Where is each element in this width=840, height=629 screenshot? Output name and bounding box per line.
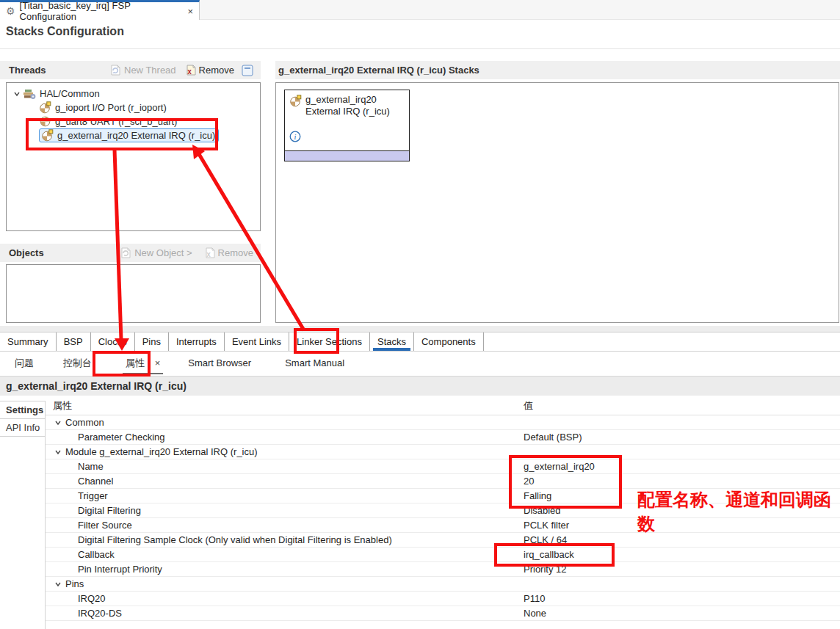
tab-properties[interactable]: 属性 × xyxy=(114,352,172,376)
sidebar-item-api-info[interactable]: API Info xyxy=(0,419,46,437)
objects-list-panel[interactable] xyxy=(6,264,261,323)
table-row[interactable]: Module g_external_irq20 External IRQ (r_… xyxy=(46,445,840,459)
new-thread-button[interactable]: New Thread xyxy=(110,65,176,76)
table-row[interactable]: Pins xyxy=(46,577,840,592)
tree-item-g-ioport[interactable]: g_ioport I/O Port (r_ioport) xyxy=(7,101,260,114)
table-row[interactable]: Channel20 xyxy=(46,474,840,489)
divider xyxy=(0,48,840,49)
tree-item-label: g_uart8 UART (r_sci_b_uart) xyxy=(55,116,177,127)
properties-header: g_external_irq20 External IRQ (r_icu) xyxy=(0,376,840,396)
properties-title: g_external_irq20 External IRQ (r_icu) xyxy=(6,380,187,392)
tab-summary[interactable]: Summary xyxy=(0,332,57,351)
table-row[interactable]: Pin Interrupt PriorityPriority 12 xyxy=(46,562,840,577)
tree-item-label: HAL/Common xyxy=(40,88,100,99)
info-icon[interactable]: i xyxy=(289,131,301,145)
tab-fsp-configuration[interactable]: ⚙ [Titan_basic_key_irq] FSP Configuratio… xyxy=(0,0,200,20)
tab-properties-label: 属性 xyxy=(126,357,145,368)
tab-pins[interactable]: Pins xyxy=(135,332,169,351)
selected-tree-item[interactable]: g_external_irq20 External IRQ (r_icu) xyxy=(39,128,219,142)
column-property: 属性 xyxy=(46,400,72,411)
tab-console[interactable]: 控制台 xyxy=(51,352,104,376)
stacks-diagram-panel: g_external_irq20 External IRQ (r_icu) i xyxy=(275,82,839,323)
table-row[interactable]: Common xyxy=(46,415,840,430)
module-icon xyxy=(39,101,51,114)
tree-item-g-uart8[interactable]: g_uart8 UART (r_sci_b_uart) xyxy=(7,114,260,128)
new-thread-label: New Thread xyxy=(124,65,176,76)
tab-bsp[interactable]: BSP xyxy=(57,332,91,351)
tab-components[interactable]: Components xyxy=(414,332,484,351)
new-object-icon xyxy=(120,247,131,258)
card-footer-bar xyxy=(285,150,409,161)
table-row[interactable]: IRQ20-DSNone xyxy=(46,606,840,621)
properties-table-header: 属性 值 xyxy=(46,396,840,415)
module-icon xyxy=(41,129,54,142)
tree-item-hal-common[interactable]: HAL/Common xyxy=(7,87,260,101)
remove-thread-label: Remove xyxy=(199,65,234,76)
close-icon[interactable]: × xyxy=(187,6,193,17)
tab-linker-sections[interactable]: Linker Sections xyxy=(289,332,370,351)
minimize-panel-icon[interactable] xyxy=(242,65,253,76)
stacks-panel-title: g_external_irq20 External IRQ (r_icu) St… xyxy=(278,65,479,76)
tab-interrupts[interactable]: Interrupts xyxy=(169,332,225,351)
new-object-button[interactable]: New Object > xyxy=(120,247,192,258)
new-thread-icon xyxy=(110,65,121,76)
chevron-down-icon[interactable] xyxy=(54,419,62,426)
spacer-band xyxy=(0,326,840,332)
module-icon xyxy=(39,115,51,128)
new-object-label: New Object > xyxy=(134,247,192,258)
editor-tab-strip: ⚙ [Titan_basic_key_irq] FSP Configuratio… xyxy=(0,0,840,20)
gear-icon: ⚙ xyxy=(6,5,15,17)
objects-title: Objects xyxy=(9,247,44,258)
properties-sidebar: Settings API Info xyxy=(0,396,46,629)
svg-text:x: x xyxy=(187,68,192,76)
threads-title: Threads xyxy=(9,65,46,76)
table-row[interactable]: Callbackirq_callback xyxy=(46,548,840,562)
page-title: Stacks Configuration xyxy=(6,25,124,38)
chevron-down-icon[interactable] xyxy=(54,448,62,456)
hal-common-icon xyxy=(23,88,36,100)
svg-text:i: i xyxy=(294,133,297,141)
tree-item-label: g_external_irq20 External IRQ (r_icu) xyxy=(57,130,215,141)
table-row[interactable]: Parameter CheckingDefault (BSP) xyxy=(46,430,840,445)
tab-stacks[interactable]: Stacks xyxy=(370,332,414,351)
sidebar-item-settings[interactable]: Settings xyxy=(0,401,46,419)
table-row xyxy=(46,621,840,629)
objects-panel-header: Objects New Object > x Remove xyxy=(0,244,261,262)
threads-tree-panel: HAL/Common g_ioport I/O Port (r_ioport) … xyxy=(6,82,261,231)
table-row[interactable]: Nameg_external_irq20 xyxy=(46,459,840,474)
threads-panel-header: Threads New Thread x Remove xyxy=(0,61,261,79)
fsp-configuration-window: ⚙ [Titan_basic_key_irq] FSP Configuratio… xyxy=(0,0,840,629)
remove-thread-button[interactable]: x Remove xyxy=(185,65,234,76)
tab-smart-browser[interactable]: Smart Browser xyxy=(176,352,263,376)
view-tab-bar: 问题 控制台 属性 × Smart Browser Smart Manual xyxy=(0,352,840,376)
tab-clocks[interactable]: Clocks xyxy=(91,332,135,351)
tab-smart-manual[interactable]: Smart Manual xyxy=(273,352,356,376)
threads-tree: HAL/Common g_ioport I/O Port (r_ioport) … xyxy=(7,83,260,142)
tree-item-label: g_ioport I/O Port (r_ioport) xyxy=(55,102,167,113)
close-icon[interactable]: × xyxy=(155,357,161,368)
card-module-name: g_external_irq20 xyxy=(305,94,377,105)
config-tab-bar: Summary BSP Clocks Pins Interrupts Event… xyxy=(0,332,840,352)
svg-text:x: x xyxy=(206,250,211,258)
module-icon xyxy=(289,95,302,117)
chevron-down-icon[interactable] xyxy=(11,90,23,98)
table-row[interactable]: IRQ20P110 xyxy=(46,592,840,606)
remove-object-button[interactable]: x Remove xyxy=(204,247,253,258)
chevron-down-icon[interactable] xyxy=(54,581,62,588)
tree-item-g-external-irq20[interactable]: g_external_irq20 External IRQ (r_icu) xyxy=(7,128,260,142)
stack-module-card[interactable]: g_external_irq20 External IRQ (r_icu) i xyxy=(284,90,410,161)
remove-object-label: Remove xyxy=(218,247,253,258)
tab-event-links[interactable]: Event Links xyxy=(225,332,289,351)
stacks-panel-header: g_external_irq20 External IRQ (r_icu) St… xyxy=(275,61,840,79)
annotation-text: 配置名称、通道和回调函数 xyxy=(637,487,840,536)
card-module-type: External IRQ (r_icu) xyxy=(305,106,390,117)
remove-object-icon: x xyxy=(204,247,215,258)
remove-icon: x xyxy=(185,65,196,76)
tab-problems[interactable]: 问题 xyxy=(3,352,46,376)
editor-tab-title: [Titan_basic_key_irq] FSP Configuration xyxy=(20,0,179,22)
column-value: 值 xyxy=(524,396,533,415)
